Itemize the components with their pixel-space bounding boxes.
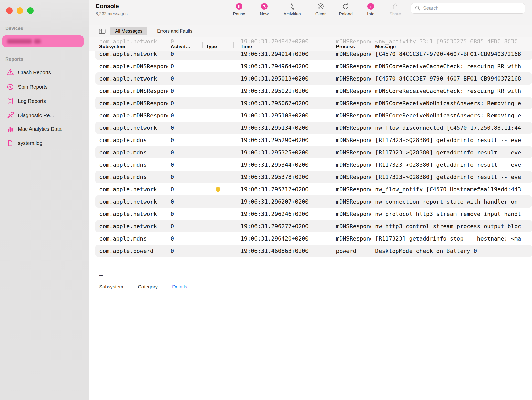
table-row[interactable]: com.apple.network019:06:31.295134+0200mD… xyxy=(95,122,532,134)
sidebar-item-crash-reports[interactable]: Crash Reports xyxy=(3,67,87,78)
column-divider[interactable] xyxy=(168,42,168,48)
table-row[interactable]: com.apple.mDNSResponder019:06:31.295108+… xyxy=(95,109,532,122)
table-row[interactable]: com.apple.mDNSResponder019:06:31.295067+… xyxy=(95,97,532,109)
search-input[interactable] xyxy=(423,5,522,11)
info-button[interactable]: Info xyxy=(359,2,383,17)
table-row[interactable]: com.apple.mDNSResponder019:06:31.294964+… xyxy=(95,60,532,72)
activity-cell: 0 xyxy=(168,125,202,131)
detail-rule xyxy=(99,300,524,300)
sidebar-item-diagnostic-reports[interactable]: Diagnostic Re... xyxy=(3,110,87,121)
message-cell: [R117323->Q28380] getaddrinfo result -- … xyxy=(371,137,532,143)
column-divider[interactable] xyxy=(371,42,371,48)
minimize-window-button[interactable] xyxy=(17,7,23,14)
column-divider[interactable] xyxy=(202,42,203,48)
time-cell: 19:06:31.460863+0200 xyxy=(233,248,330,254)
sidebar-item-mac-analytics-data[interactable]: Mac Analytics Data xyxy=(3,123,87,135)
table-row[interactable]: com.apple.mdns019:06:31.295290+0200mDNSR… xyxy=(95,134,532,146)
zoom-window-button[interactable] xyxy=(27,7,34,14)
column-header-subsystem[interactable]: Subsystem xyxy=(95,44,168,49)
column-header-activity[interactable]: Activit… xyxy=(168,44,202,49)
search-field[interactable] xyxy=(411,3,525,14)
time-cell: 19:06:31.295344+0200 xyxy=(233,162,330,168)
filter-bar: All Messages Errors and Faults xyxy=(89,25,532,37)
table-row[interactable]: com.apple.mdns019:06:31.296420+0200mDNSR… xyxy=(95,232,532,245)
search-icon xyxy=(414,5,421,12)
process-cell: mDNSResponder xyxy=(330,63,371,69)
table-row[interactable]: com.apple.mdns019:06:31.295344+0200mDNSR… xyxy=(95,158,532,171)
message-cell: nw_flow_notify [C4570 Hostname#aa119edd:… xyxy=(371,186,532,193)
clear-label: Clear xyxy=(308,12,333,17)
sidebar: Devices Reports Crash Reports Spin Repor… xyxy=(0,0,89,400)
share-button[interactable]: Share xyxy=(383,2,407,17)
log-document-icon xyxy=(6,97,14,105)
tab-errors-and-faults[interactable]: Errors and Faults xyxy=(157,25,192,37)
sidebar-item-system-log[interactable]: system.log xyxy=(3,137,87,149)
time-cell: 19:06:31.296207+0200 xyxy=(233,198,330,205)
sidebar-item-spin-reports[interactable]: Spin Reports xyxy=(3,81,87,93)
subsystem-cell: com.apple.network xyxy=(95,186,168,193)
subsystem-cell: com.apple.mDNSResponder xyxy=(95,112,168,119)
window-controls xyxy=(6,7,34,14)
sidebar-item-label: Diagnostic Re... xyxy=(18,113,54,118)
subsystem-cell: com.apple.mDNSResponder xyxy=(95,63,168,69)
table-row[interactable]: com.apple.network019:06:31.296246+0200mD… xyxy=(95,208,532,220)
table-row[interactable]: com.apple.mDNSResponder019:06:31.295021+… xyxy=(95,85,532,97)
time-cell: 19:06:31.296277+0200 xyxy=(233,223,330,229)
sidebar-item-label: Spin Reports xyxy=(18,84,48,90)
table-row[interactable]: com.apple.powerd019:06:31.460863+0200pow… xyxy=(95,245,532,257)
sidebar-item-log-reports[interactable]: Log Reports xyxy=(3,95,87,107)
activity-cell: 0 xyxy=(168,186,202,193)
subsystem-cell: com.apple.mDNSResponder xyxy=(95,100,168,106)
activity-cell: 0 xyxy=(168,198,202,205)
column-header-process[interactable]: Process xyxy=(330,44,371,49)
table-row[interactable]: com.apple.network019:06:31.296207+0200mD… xyxy=(95,195,532,208)
activities-button[interactable]: Activities xyxy=(280,2,304,17)
tab-all-messages[interactable]: All Messages xyxy=(110,27,147,35)
activity-cell: 0 xyxy=(168,223,202,229)
subsystem-cell: com.apple.network xyxy=(95,125,168,131)
table-row[interactable]: com.apple.mdns019:06:31.295325+0200mDNSR… xyxy=(95,146,532,158)
now-label: Now xyxy=(252,12,277,17)
window-title-block: Console 8,232 messages xyxy=(96,3,128,16)
toolbar: Console 8,232 messages Pause Now Activit… xyxy=(89,0,532,25)
close-window-button[interactable] xyxy=(6,7,13,14)
pause-button[interactable]: Pause xyxy=(227,2,251,17)
column-header-type[interactable]: Type xyxy=(202,44,233,49)
time-cell: 19:06:31.295021+0200 xyxy=(233,88,330,94)
message-cell: mDNSCoreReceiveCacheCheck: rescuing RR w… xyxy=(371,63,532,69)
activity-cell: 0 xyxy=(168,248,202,254)
clear-button[interactable]: Clear xyxy=(308,2,333,17)
column-header-time[interactable]: Time xyxy=(233,44,330,49)
details-link[interactable]: Details xyxy=(172,284,187,290)
pause-label: Pause xyxy=(227,12,251,17)
time-cell: 19:06:31.295378+0200 xyxy=(233,174,330,180)
share-label: Share xyxy=(383,12,407,17)
table-row[interactable]: com.apple.network019:06:31.296277+0200mD… xyxy=(95,220,532,232)
process-cell: mDNSResponder xyxy=(330,174,371,180)
activity-cell: 0 xyxy=(168,88,202,94)
column-header-message[interactable]: Message xyxy=(371,44,532,49)
column-divider[interactable] xyxy=(330,42,330,48)
main-content: Console 8,232 messages Pause Now Activit… xyxy=(89,0,532,400)
table-row[interactable]: com.apple.network019:06:31.295013+0200mD… xyxy=(95,72,532,85)
subsystem-cell: com.apple.network xyxy=(95,223,168,229)
message-cell: mDNSCoreReceiveNoUnicastAnswers: Removin… xyxy=(371,112,532,119)
reload-button[interactable]: Reload xyxy=(333,2,358,17)
subsystem-cell: com.apple.network xyxy=(95,75,168,82)
sidebar-toggle-icon[interactable] xyxy=(98,27,106,35)
process-cell: mDNSResponder xyxy=(330,149,371,156)
subsystem-cell: com.apple.network xyxy=(95,211,168,217)
sidebar-item-label: system.log xyxy=(18,140,43,146)
sidebar-item-device-selected[interactable] xyxy=(2,35,84,47)
table-row[interactable]: com.apple.mdns019:06:31.295378+0200mDNSR… xyxy=(95,171,532,183)
time-cell: 19:06:31.295290+0200 xyxy=(233,137,330,143)
now-button[interactable]: Now xyxy=(252,2,277,17)
column-divider[interactable] xyxy=(233,42,234,48)
detail-subsystem-value: -- xyxy=(127,284,130,290)
activity-cell: 0 xyxy=(168,137,202,143)
process-cell: mDNSResponder xyxy=(330,112,371,119)
sidebar-item-label: Log Reports xyxy=(18,98,46,104)
message-cell: [R117323->Q28380] getaddrinfo result -- … xyxy=(371,149,532,156)
message-cell: DesktopMode check on Battery 0 xyxy=(371,248,532,254)
table-row[interactable]: com.apple.network019:06:31.295717+0200mD… xyxy=(95,183,532,195)
